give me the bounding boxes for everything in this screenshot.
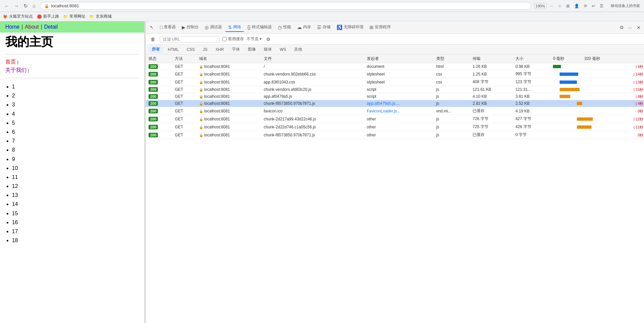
cell-initiator: app.af0479a5.js:... xyxy=(364,100,434,107)
filter-font[interactable]: 字体 xyxy=(229,46,243,53)
address-bar[interactable]: 🔒 localhost:8081 xyxy=(40,2,531,10)
tool-inspector[interactable]: □ 查看器 xyxy=(157,23,178,32)
mobile-bookmarks-label: 移动设备上的书签 xyxy=(609,3,641,9)
nav-detail[interactable]: Detail xyxy=(44,24,58,30)
table-row[interactable]: 200GET🔒 localhost:8081chunk-f8573850.970… xyxy=(146,131,644,139)
tool-console[interactable]: ▶ 控制台 xyxy=(179,23,201,32)
bookmark-foxsite[interactable]: 🦊 火狐官方站点 xyxy=(3,14,33,19)
timing-text: | 12秒 xyxy=(634,116,643,121)
table-row[interactable]: 200GET🔒 localhost:8081chunk-f8573850.970… xyxy=(146,100,644,107)
table-row[interactable]: 200GET🔒 localhost:8081chunk-vendors.afd8… xyxy=(146,86,644,93)
tool-network[interactable]: ⇅ 网络 xyxy=(225,23,244,32)
bookmark-star-icon[interactable]: ☆ xyxy=(557,3,563,9)
bookmark-newbie[interactable]: 🔴 新手上路 xyxy=(37,14,59,19)
responsive-design-button[interactable]: ⧉ xyxy=(618,23,625,32)
col-file[interactable]: 文件 xyxy=(261,55,364,63)
table-row[interactable]: 200GET🔒 localhost:8081chunk-2d22d746.c1a… xyxy=(146,123,644,131)
throttle-dropdown[interactable]: 不节流 ▾ xyxy=(247,36,262,42)
timing-bar xyxy=(560,88,580,91)
tool-app[interactable]: ⊞ 应用程序 xyxy=(367,23,393,32)
filter-image[interactable]: 图像 xyxy=(245,46,259,53)
cell-domain: 🔒 localhost:8081 xyxy=(196,78,261,86)
filter-css[interactable]: CSS xyxy=(183,46,198,53)
table-row[interactable]: 200GET🔒 localhost:8081favicon.icoFavicon… xyxy=(146,107,644,115)
col-size[interactable]: 大小 xyxy=(513,55,550,63)
debugger-label: 调试器 xyxy=(210,24,222,30)
table-row[interactable]: 200GET🔒 localhost:8081app.af0479a5.jsscr… xyxy=(146,93,644,100)
reload-button[interactable]: ↻ xyxy=(22,2,30,10)
tool-accessibility[interactable]: ♿ 无障碍环境 xyxy=(334,23,366,32)
hamburger-menu[interactable]: ☰ xyxy=(598,3,605,9)
sync-icon[interactable]: ⟳ xyxy=(583,3,589,9)
bookmark-common[interactable]: 📁 常用网址 xyxy=(63,14,85,19)
filter-url-input[interactable] xyxy=(160,36,220,43)
subnav-home[interactable]: 首页 xyxy=(5,59,16,66)
cell-transfer: 1.26 KB xyxy=(470,63,513,70)
filter-html[interactable]: HTML xyxy=(164,46,182,53)
forward-button[interactable]: → xyxy=(12,2,21,9)
tool-debugger[interactable]: ◎ 调试器 xyxy=(202,23,225,32)
status-badge: 200 xyxy=(149,133,158,137)
home-button[interactable]: ⌂ xyxy=(31,2,37,9)
cell-file: chunk-2d217a99.43d22c46.js xyxy=(261,115,364,123)
filter-other[interactable]: 其他 xyxy=(291,46,305,53)
tool-performance[interactable]: ◷ 性能 xyxy=(275,23,294,32)
col-type[interactable]: 类型 xyxy=(434,55,470,63)
timing-text: 0秒 xyxy=(638,132,643,137)
more-tools-button[interactable]: ··· xyxy=(626,24,634,32)
list-item: 17 xyxy=(12,227,139,236)
network-table-container[interactable]: 状态 方法 域名 文件 发起者 类型 传输 大小 0 毫秒 320 毫秒 200… xyxy=(146,55,644,323)
table-row[interactable]: 200GET🔒 localhost:8081/documenthtml1.26 … xyxy=(146,63,644,70)
back-button[interactable]: ← xyxy=(3,2,11,9)
disable-cache-checkbox[interactable] xyxy=(222,37,227,41)
tool-style-editor[interactable]: {} 样式编辑器 xyxy=(245,23,274,32)
table-row[interactable]: 200GET🔒 localhost:8081app.83f01043.cssst… xyxy=(146,78,644,86)
extensions-icon[interactable]: ⊞ xyxy=(565,3,571,9)
clear-button[interactable]: 🗑 xyxy=(149,36,157,43)
tool-cursor[interactable]: ↖ xyxy=(147,23,157,32)
col-status[interactable]: 状态 xyxy=(146,55,172,63)
subnav-about[interactable]: 关于我们 xyxy=(5,67,27,74)
tool-storage[interactable]: ☰ 存储 xyxy=(314,23,333,32)
status-badge: 200 xyxy=(149,109,158,113)
common-label: 常用网址 xyxy=(69,14,85,19)
cell-timing: | 4秒 xyxy=(550,100,644,107)
cell-method: GET xyxy=(172,100,196,107)
col-transfer[interactable]: 传输 xyxy=(470,55,513,63)
devtools-settings-button[interactable]: ⚙ xyxy=(264,35,272,43)
account-icon[interactable]: 👤 xyxy=(573,3,581,9)
filter-ws[interactable]: WS xyxy=(276,46,289,53)
disable-cache-toggle[interactable]: 禁用缓存 xyxy=(222,36,244,42)
cell-transfer: 已缓存 xyxy=(470,131,513,139)
filter-js[interactable]: JS xyxy=(199,46,211,53)
nav-home[interactable]: Home xyxy=(5,24,20,30)
col-domain[interactable]: 域名 xyxy=(196,55,261,63)
cell-file: chunk-vendors.902ebb66.css xyxy=(261,70,364,78)
nav-about[interactable]: About xyxy=(25,24,39,30)
cell-initiator: other xyxy=(364,131,434,139)
cell-method: GET xyxy=(172,86,196,93)
devtools-panel: ↖ □ 查看器 ▶ 控制台 ◎ 调试器 ⇅ 网络 {} 样式编辑器 xyxy=(146,21,644,323)
table-row[interactable]: 200GET🔒 localhost:8081chunk-2d217a99.43d… xyxy=(146,115,644,123)
cell-type: js xyxy=(434,100,470,107)
table-row[interactable]: 200GET🔒 localhost:8081chunk-vendors.902e… xyxy=(146,70,644,78)
more-options-button[interactable]: ··· xyxy=(549,3,555,9)
nav-sep1: | xyxy=(22,24,23,30)
bookmark-jd[interactable]: 📁 京东商城 xyxy=(89,14,112,19)
filter-xhr[interactable]: XHR xyxy=(212,46,227,53)
console-label: 控制台 xyxy=(187,24,199,30)
timing-text: | 8秒 xyxy=(636,94,643,99)
cell-file: chunk-f8573850.970b7871.js xyxy=(261,131,364,139)
filter-media[interactable]: 媒体 xyxy=(261,46,275,53)
close-devtools-button[interactable]: ✕ xyxy=(635,24,643,32)
col-initiator[interactable]: 发起者 xyxy=(364,55,434,63)
col-method[interactable]: 方法 xyxy=(172,55,196,63)
zoom-level[interactable]: 190% xyxy=(534,3,547,9)
list-item: 2 xyxy=(12,91,139,100)
col-timing[interactable]: 0 毫秒 320 毫秒 xyxy=(550,55,644,63)
tool-memory[interactable]: ☁ 内存 xyxy=(294,23,314,32)
filter-all[interactable]: 所有 xyxy=(149,46,163,53)
cell-method: GET xyxy=(172,93,196,100)
undo-icon[interactable]: ↩ xyxy=(590,3,596,9)
cell-initiator: document xyxy=(364,63,434,70)
